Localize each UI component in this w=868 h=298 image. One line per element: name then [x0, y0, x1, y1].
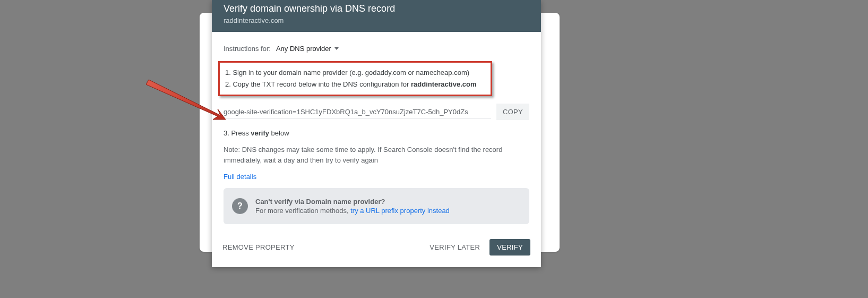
url-prefix-link[interactable]: try a URL prefix property instead [350, 207, 450, 215]
hint-box: ? Can't verify via Domain name provider?… [224, 188, 529, 224]
hint-text: Can't verify via Domain name provider? F… [255, 198, 450, 215]
step-3: 3. Press verify below [224, 127, 529, 139]
full-details-link[interactable]: Full details [224, 173, 529, 181]
chevron-down-icon [334, 47, 339, 50]
dialog-footer: REMOVE PROPERTY VERIFY LATER VERIFY [212, 229, 541, 267]
instructions-highlight: 1. Sign in to your domain name provider … [218, 61, 492, 96]
hint-subtitle: For more verification methods, try a URL… [255, 207, 450, 215]
verify-button[interactable]: VERIFY [489, 239, 530, 256]
step-3-suffix: below [269, 129, 289, 137]
step-3-bold: verify [251, 129, 269, 137]
verify-later-button[interactable]: VERIFY LATER [429, 243, 480, 251]
dialog-title: Verify domain ownership via DNS record [224, 3, 529, 14]
txt-record-input[interactable] [224, 106, 491, 118]
hint-title: Can't verify via Domain name provider? [255, 198, 450, 206]
dns-provider-value: Any DNS provider [276, 45, 331, 53]
step-2-domain: raddinteractive.com [411, 80, 477, 88]
step-2: 2. Copy the TXT record below into the DN… [225, 79, 485, 90]
step-1: 1. Sign in to your domain name provider … [225, 67, 485, 79]
dialog-subtitle: raddinteractive.com [224, 16, 529, 24]
copy-button[interactable]: COPY [496, 104, 529, 120]
verify-domain-dialog: Verify domain ownership via DNS record r… [212, 0, 541, 267]
help-icon: ? [232, 198, 248, 214]
instructions-label: Instructions for: [224, 45, 271, 53]
step-2-prefix: 2. Copy the TXT record below into the DN… [225, 80, 411, 88]
instructions-row: Instructions for: Any DNS provider [224, 45, 529, 53]
txt-record-row: COPY [224, 104, 529, 120]
remove-property-button[interactable]: REMOVE PROPERTY [222, 243, 295, 251]
dns-note: Note: DNS changes may take some time to … [224, 144, 529, 165]
dns-provider-dropdown[interactable]: Any DNS provider [276, 45, 339, 53]
hint-sub-prefix: For more verification methods, [255, 207, 350, 215]
dialog-header: Verify domain ownership via DNS record r… [212, 0, 541, 32]
dialog-body: Instructions for: Any DNS provider 1. Si… [212, 32, 541, 229]
step-3-prefix: 3. Press [224, 129, 251, 137]
